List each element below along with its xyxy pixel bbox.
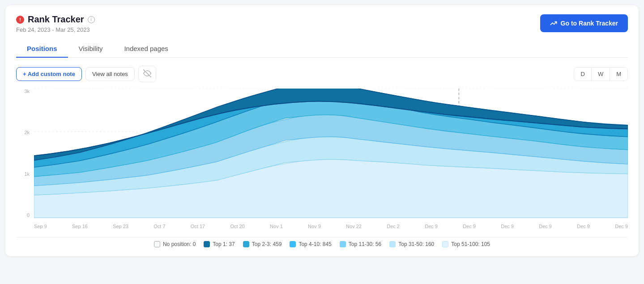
header-row: ! Rank Tracker i Feb 24, 2023 - Mar 25, … — [16, 14, 628, 33]
legend-swatch-no-position — [154, 241, 160, 247]
period-selector: D W M — [574, 67, 628, 81]
alert-icon: ! — [16, 16, 24, 24]
legend-top31-50: Top 31-50: 160 — [389, 241, 434, 247]
x-label: Oct 17 — [191, 224, 205, 229]
add-custom-note-button[interactable]: + Add custom note — [16, 67, 82, 81]
legend-swatch-top2-3 — [243, 241, 249, 247]
title-group: ! Rank Tracker i Feb 24, 2023 - Mar 25, … — [16, 14, 95, 33]
legend-top51-100: Top 51-100: 105 — [442, 241, 490, 247]
tab-positions[interactable]: Positions — [16, 40, 68, 58]
legend-label-top1: Top 1: 37 — [213, 241, 235, 247]
chart-svg: G — [34, 89, 628, 218]
legend-top1: Top 1: 37 — [204, 241, 235, 247]
tab-indexed-pages[interactable]: Indexed pages — [113, 40, 179, 58]
x-label: Dec 9 — [577, 224, 590, 229]
y-label-2k: 2k — [24, 130, 32, 135]
legend-swatch-top31-50 — [389, 241, 396, 247]
y-label-3k: 3k — [24, 89, 32, 94]
tab-visibility[interactable]: Visibility — [68, 40, 114, 58]
main-card: ! Rank Tracker i Feb 24, 2023 - Mar 25, … — [5, 5, 639, 256]
legend-label-no-position: No position: 0 — [163, 241, 196, 247]
period-day-button[interactable]: D — [574, 68, 591, 81]
legend-label-top4-10: Top 4-10: 845 — [299, 241, 331, 247]
x-label: Dec 9 — [425, 224, 438, 229]
page-title: Rank Tracker — [28, 14, 84, 25]
view-notes-label: View all notes — [92, 71, 128, 77]
legend-swatch-top1 — [204, 241, 210, 247]
x-label: Dec 2 — [387, 224, 400, 229]
chart-legend: No position: 0 Top 1: 37 Top 2-3: 459 To… — [16, 237, 628, 247]
legend-label-top31-50: Top 31-50: 160 — [398, 241, 434, 247]
period-month-button[interactable]: M — [610, 68, 627, 81]
tabs-container: Positions Visibility Indexed pages — [16, 40, 628, 58]
chart-toolbar: + Add custom note View all notes D W M — [16, 66, 628, 82]
legend-label-top51-100: Top 51-100: 105 — [451, 241, 490, 247]
view-all-notes-button[interactable]: View all notes — [85, 67, 135, 81]
x-label: Nov 9 — [308, 224, 321, 229]
legend-top4-10: Top 4-10: 845 — [290, 241, 331, 247]
x-label: Nov 1 — [270, 224, 283, 229]
legend-label-top11-30: Top 11-30: 56 — [349, 241, 381, 247]
chart-svg-container: G — [34, 89, 628, 218]
legend-swatch-top51-100 — [442, 241, 448, 247]
info-icon[interactable]: i — [88, 16, 95, 23]
x-label: Oct 7 — [154, 224, 165, 229]
y-axis: 3k 2k 1k 0 — [16, 89, 32, 218]
y-label-1k: 1k — [24, 171, 32, 177]
x-label: Dec 9 — [501, 224, 514, 229]
chart-area: 3k 2k 1k 0 G — [16, 89, 628, 232]
date-range: Feb 24, 2023 - Mar 25, 2023 — [16, 26, 95, 33]
legend-swatch-top11-30 — [340, 241, 346, 247]
legend-label-top2-3: Top 2-3: 459 — [252, 241, 282, 247]
x-label: Dec 9 — [463, 224, 476, 229]
go-btn-label: Go to Rank Tracker — [561, 20, 618, 27]
x-labels: Sep 9 Sep 16 Sep 23 Oct 7 Oct 17 Oct 20 … — [34, 224, 628, 229]
toggle-notes-visibility-button[interactable] — [138, 66, 156, 82]
x-label: Sep 16 — [72, 224, 88, 229]
legend-top2-3: Top 2-3: 459 — [243, 241, 282, 247]
x-label: Sep 23 — [113, 224, 128, 229]
legend-top11-30: Top 11-30: 56 — [340, 241, 381, 247]
x-label: Dec 9 — [615, 224, 628, 229]
x-label: Nov 22 — [346, 224, 362, 229]
y-label-0: 0 — [27, 212, 32, 218]
toolbar-left: + Add custom note View all notes — [16, 66, 156, 82]
legend-no-position: No position: 0 — [154, 241, 196, 247]
x-axis: Sep 9 Sep 16 Sep 23 Oct 7 Oct 17 Oct 20 … — [34, 221, 628, 232]
trend-icon — [550, 20, 557, 27]
legend-swatch-top4-10 — [290, 241, 296, 247]
add-note-label: + Add custom note — [23, 71, 75, 77]
eye-off-icon — [143, 69, 151, 77]
period-week-button[interactable]: W — [592, 68, 610, 81]
title-line: ! Rank Tracker i — [16, 14, 95, 25]
x-label: Sep 9 — [34, 224, 47, 229]
x-label: Dec 9 — [539, 224, 552, 229]
go-to-rank-tracker-button[interactable]: Go to Rank Tracker — [540, 14, 628, 32]
x-label: Oct 20 — [230, 224, 244, 229]
